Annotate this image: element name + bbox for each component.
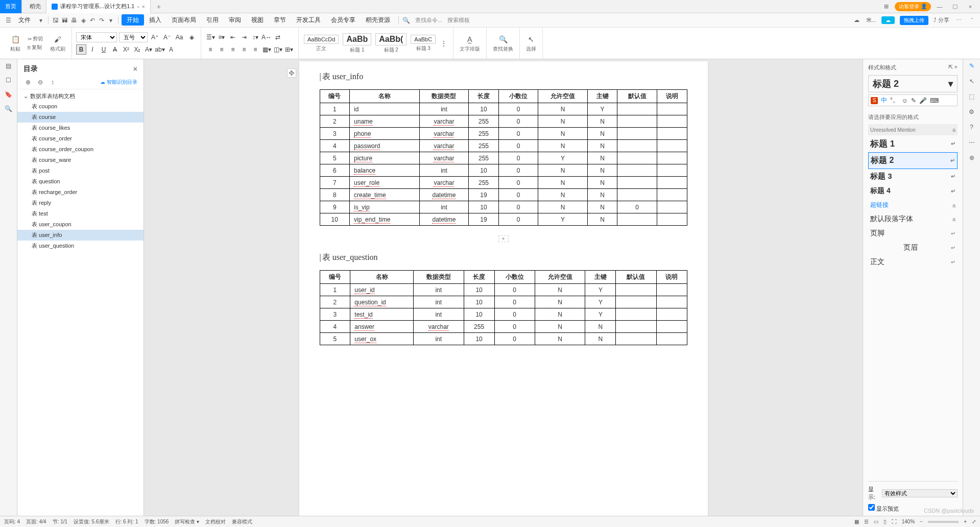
table-cell[interactable]: [616, 296, 656, 308]
hamburger-icon[interactable]: ☰: [4, 16, 12, 25]
table-cell[interactable]: N: [538, 128, 588, 140]
subscript-button[interactable]: X₂: [132, 44, 142, 55]
table-cell[interactable]: varchar: [419, 115, 469, 128]
table-cell[interactable]: [657, 103, 687, 115]
style-list-item[interactable]: Unresolved Mentiona: [868, 124, 958, 135]
table-cell[interactable]: N: [535, 333, 585, 345]
style-list-item[interactable]: 超链接a: [868, 198, 958, 212]
table-cell[interactable]: [616, 284, 656, 296]
table-cell[interactable]: 3: [320, 128, 350, 140]
toc-item[interactable]: 表 coupon: [17, 101, 144, 112]
table-cell[interactable]: 10: [469, 164, 499, 177]
tab-close-icon[interactable]: ×: [141, 4, 145, 10]
shading-button[interactable]: ◫▾: [273, 44, 283, 55]
find-replace-button[interactable]: 🔍查找替换: [491, 33, 515, 54]
cursor-icon[interactable]: ↖: [967, 77, 976, 86]
table-cell[interactable]: Y: [585, 284, 616, 296]
toc-item[interactable]: 表 course_order: [17, 133, 144, 144]
table-cell[interactable]: 0: [617, 201, 657, 213]
bold-button[interactable]: B: [76, 44, 86, 55]
table-cell[interactable]: 255: [469, 177, 499, 189]
levels-icon[interactable]: ↕: [48, 78, 57, 87]
border-button[interactable]: ⊞▾: [284, 44, 294, 55]
table-cell[interactable]: 0: [498, 103, 538, 115]
table-cell[interactable]: 255: [469, 152, 499, 164]
table-cell[interactable]: 255: [469, 128, 499, 140]
document-area[interactable]: ✥ 表 user_info 编号名称数据类型长度小数位允许空值主键默认值说明1i…: [144, 59, 863, 516]
table-cell[interactable]: N: [587, 140, 617, 152]
status-item[interactable]: 拼写检查 ▾: [175, 519, 199, 524]
underline-button[interactable]: U: [99, 44, 109, 55]
show-styles-select[interactable]: 有效样式: [882, 489, 958, 497]
select-icon[interactable]: ⬚: [967, 92, 976, 101]
table-cell[interactable]: N: [538, 189, 588, 201]
char-border-button[interactable]: A: [166, 44, 176, 55]
table-cell[interactable]: int: [419, 103, 469, 115]
sogou-icon[interactable]: S: [871, 97, 878, 104]
table-cell[interactable]: N: [585, 333, 616, 345]
status-item[interactable]: 节: 1/1: [53, 519, 67, 524]
font-family-select[interactable]: 宋体: [76, 32, 117, 42]
view-outline-icon[interactable]: ☰: [864, 519, 869, 524]
table-cell[interactable]: balance: [350, 164, 420, 177]
status-item[interactable]: 页码: 4: [4, 519, 20, 524]
table-cell[interactable]: [657, 128, 687, 140]
highlight-button[interactable]: ab▾: [155, 44, 165, 55]
table-cell[interactable]: 10: [464, 284, 494, 296]
page-move-handle[interactable]: ✥: [287, 68, 296, 78]
table-cell[interactable]: 0: [498, 213, 538, 226]
status-item[interactable]: 字数: 1056: [145, 519, 169, 524]
ime-punct-icon[interactable]: °。: [890, 96, 899, 105]
sidebar-close-icon[interactable]: ×: [133, 65, 137, 73]
table-cell[interactable]: [656, 321, 687, 333]
table-cell[interactable]: int: [419, 164, 469, 177]
table-cell[interactable]: 0: [498, 140, 538, 152]
save-icon[interactable]: 🖫: [52, 16, 60, 25]
copy-button[interactable]: ⎘ 复制: [26, 43, 45, 52]
zoom-out-button[interactable]: −: [920, 519, 923, 524]
table-cell[interactable]: int: [413, 308, 464, 321]
table-cell[interactable]: N: [538, 201, 588, 213]
tab-daoke[interactable]: 稻壳: [22, 0, 46, 13]
indent-inc-button[interactable]: ⇥: [239, 32, 249, 42]
toc-item[interactable]: 表 course_ware: [17, 155, 144, 165]
view-web-icon[interactable]: ▭: [874, 519, 878, 524]
para-border-button[interactable]: ▦▾: [261, 44, 272, 55]
table-cell[interactable]: N: [587, 164, 617, 177]
table-cell[interactable]: varchar: [419, 152, 469, 164]
table-cell[interactable]: Y: [538, 213, 588, 226]
strike-button[interactable]: A̶: [110, 44, 120, 55]
table-cell[interactable]: int: [419, 201, 469, 213]
style-list-item[interactable]: 页眉↵: [868, 241, 958, 255]
toc-item[interactable]: 表 user_info: [17, 230, 144, 241]
table-cell[interactable]: [657, 164, 687, 177]
table-cell[interactable]: N: [535, 308, 585, 321]
menu-会员专享[interactable]: 会员专享: [326, 14, 361, 26]
table-cell[interactable]: [657, 201, 687, 213]
table-cell[interactable]: [657, 213, 687, 226]
table-cell[interactable]: [616, 321, 656, 333]
status-item[interactable]: 设置值: 5.6厘米: [74, 519, 109, 524]
table-cell[interactable]: [657, 140, 687, 152]
more-rail-icon[interactable]: ⋯: [967, 138, 976, 147]
table-cell[interactable]: [617, 189, 657, 201]
toc-item[interactable]: 表 test: [17, 208, 144, 219]
align-right-button[interactable]: ≡: [228, 44, 238, 55]
toc-root[interactable]: ⌄数据库表结构文档: [17, 91, 144, 101]
ime-skin-icon[interactable]: ✎: [911, 97, 916, 104]
table-cell[interactable]: 4: [320, 321, 350, 333]
table-cell[interactable]: Y: [585, 308, 616, 321]
zoom-in-button[interactable]: +: [964, 519, 967, 524]
select-button[interactable]: ↖选择: [524, 33, 538, 54]
save-as-icon[interactable]: 🖬: [61, 16, 69, 25]
expand-all-icon[interactable]: ⊕: [23, 78, 33, 87]
current-style[interactable]: 标题 2▾: [868, 75, 958, 92]
table-cell[interactable]: [657, 177, 687, 189]
table-cell[interactable]: N: [538, 115, 588, 128]
table-cell[interactable]: N: [535, 321, 585, 333]
table-cell[interactable]: [656, 308, 687, 321]
table-cell[interactable]: vip_end_time: [350, 213, 420, 226]
style-list-item[interactable]: 标题 4↵: [868, 184, 958, 198]
table-cell[interactable]: N: [538, 103, 588, 115]
close-button[interactable]: ×: [964, 2, 977, 12]
